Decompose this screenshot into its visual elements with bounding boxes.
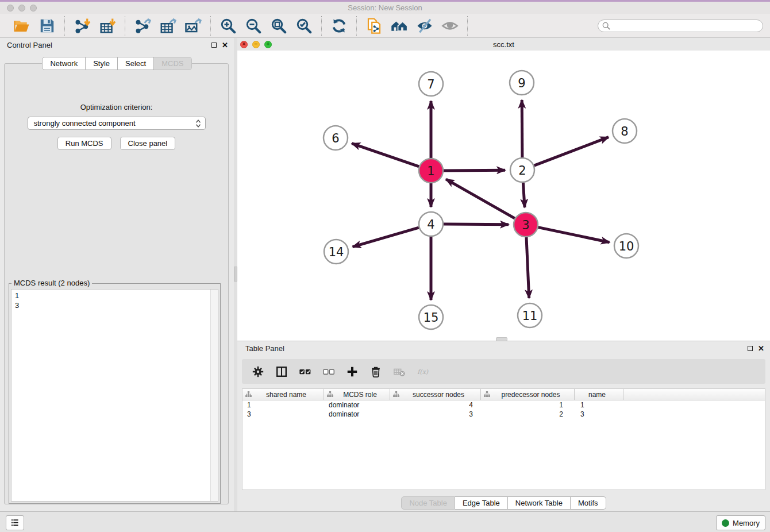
tab-select[interactable]: Select	[118, 57, 154, 70]
graph-node-7[interactable]: 7	[419, 72, 443, 96]
tab-motifs[interactable]: Motifs	[571, 496, 606, 510]
trash-icon[interactable]	[369, 365, 383, 379]
columns-icon[interactable]	[275, 365, 288, 379]
show-all-icon[interactable]	[441, 17, 459, 35]
export-network-icon[interactable]	[133, 17, 152, 35]
cell-successor-nodes[interactable]: 3	[390, 410, 481, 418]
export-table-icon[interactable]	[159, 17, 177, 35]
tab-style[interactable]: Style	[86, 57, 118, 70]
hide-selected-icon[interactable]	[415, 17, 434, 35]
graph-node-10[interactable]: 10	[614, 234, 638, 258]
close-panel-icon[interactable]	[222, 43, 228, 48]
edge-4-3[interactable]	[444, 224, 509, 225]
minimize-window-button[interactable]	[18, 5, 25, 11]
import-network-icon[interactable]	[73, 17, 91, 35]
table-toolbar: f(x)	[242, 359, 765, 384]
cell-shared-name[interactable]: 1	[242, 401, 324, 409]
column-header-shared-name[interactable]: shared name	[242, 389, 324, 400]
save-session-icon[interactable]	[38, 17, 56, 35]
first-neighbors-icon[interactable]	[390, 17, 409, 35]
network-zoom-button[interactable]	[264, 41, 272, 48]
node-table: shared nameMCDS rolesuccessor nodesprede…	[242, 388, 765, 490]
cell-name[interactable]: 1	[575, 401, 623, 409]
column-header-successor-nodes[interactable]: successor nodes	[390, 389, 481, 400]
result-scrollbar[interactable]	[210, 290, 218, 501]
uncheck-pair-icon[interactable]	[322, 365, 336, 379]
network-minimize-button[interactable]	[252, 41, 260, 48]
tab-network-table[interactable]: Network Table	[508, 496, 571, 510]
cell-MCDS-role[interactable]: dominator	[324, 410, 390, 418]
edge-3-11[interactable]	[526, 237, 529, 298]
network-close-button[interactable]	[240, 41, 248, 48]
graph-node-1[interactable]: 1	[419, 159, 443, 183]
table-row-1[interactable]: 1dominator411	[242, 400, 765, 410]
edge-2-3[interactable]	[523, 183, 525, 207]
copy-network-icon[interactable]	[365, 17, 383, 35]
svg-text:3: 3	[522, 218, 529, 232]
cell-shared-name[interactable]: 3	[242, 410, 324, 418]
close-panel-button[interactable]: Close panel	[120, 137, 176, 150]
gear-icon[interactable]	[251, 365, 265, 379]
cell-MCDS-role[interactable]: dominator	[324, 401, 390, 409]
check-pair-icon[interactable]	[298, 365, 312, 379]
memory-button[interactable]: Memory	[716, 515, 765, 530]
float-table-panel-icon[interactable]	[748, 346, 753, 351]
graph-node-3[interactable]: 3	[514, 213, 538, 237]
mcds-result-textarea[interactable]: 1 3	[11, 289, 218, 502]
column-header-MCDS-role[interactable]: MCDS role	[324, 389, 390, 400]
close-table-panel-icon[interactable]	[758, 346, 764, 351]
tab-node-table[interactable]: Node Table	[401, 496, 455, 510]
zoom-fit-icon[interactable]	[270, 17, 288, 35]
tab-network[interactable]: Network	[42, 57, 86, 70]
table-panel-title: Table Panel	[245, 344, 284, 353]
network-view-window: scc.txt 7968124314101511	[237, 38, 770, 341]
cell-predecessor-nodes[interactable]: 1	[481, 401, 575, 409]
graph-node-9[interactable]: 9	[510, 71, 534, 95]
export-image-icon[interactable]	[184, 17, 202, 35]
tab-mcds[interactable]: MCDS	[154, 57, 191, 70]
edge-1-2[interactable]	[444, 170, 505, 171]
zoom-out-icon[interactable]	[244, 17, 263, 35]
search-input[interactable]	[598, 20, 763, 32]
table-panel-header: Table Panel	[237, 341, 770, 355]
graph-node-15[interactable]: 15	[419, 305, 443, 329]
column-header-predecessor-nodes[interactable]: predecessor nodes	[481, 389, 575, 400]
svg-text:11: 11	[522, 309, 538, 323]
open-session-icon[interactable]	[13, 17, 31, 35]
mcds-tab-content: Optimization criterion: strongly connect…	[4, 63, 229, 504]
network-canvas[interactable]: 7968124314101511	[237, 51, 770, 341]
zoom-selected-icon[interactable]	[295, 17, 313, 35]
close-window-button[interactable]	[7, 5, 14, 11]
graph-node-2[interactable]: 2	[510, 158, 534, 182]
import-table-icon[interactable]	[98, 17, 117, 35]
task-history-button[interactable]	[6, 515, 24, 530]
edge-2-9[interactable]	[522, 100, 522, 157]
graph-node-11[interactable]: 11	[518, 303, 542, 327]
plus-icon[interactable]	[345, 365, 359, 379]
edge-3-10[interactable]	[538, 228, 610, 242]
zoom-in-icon[interactable]	[219, 17, 237, 35]
svg-text:9: 9	[518, 76, 525, 90]
main-toolbar	[0, 14, 770, 38]
tab-edge-table[interactable]: Edge Table	[455, 496, 508, 510]
edge-2-8[interactable]	[534, 137, 609, 165]
cell-predecessor-nodes[interactable]: 2	[481, 410, 575, 418]
search-icon	[602, 21, 611, 30]
graph-node-4[interactable]: 4	[419, 212, 443, 236]
edge-3-1[interactable]	[446, 179, 515, 218]
graph-node-6[interactable]: 6	[324, 126, 348, 150]
optimization-criterion-dropdown[interactable]: strongly connected component	[28, 117, 206, 130]
cell-successor-nodes[interactable]: 4	[390, 401, 481, 409]
network-window-titlebar[interactable]: scc.txt	[237, 38, 770, 51]
float-panel-icon[interactable]	[211, 43, 217, 48]
graph-node-8[interactable]: 8	[613, 119, 637, 143]
table-row-3[interactable]: 3dominator323	[242, 410, 765, 419]
edge-4-14[interactable]	[353, 228, 419, 247]
edge-1-6[interactable]	[352, 144, 419, 167]
column-header-name[interactable]: name	[575, 389, 623, 400]
cell-name[interactable]: 3	[575, 410, 623, 418]
run-mcds-button[interactable]: Run MCDS	[57, 137, 111, 150]
graph-node-14[interactable]: 14	[324, 240, 348, 264]
zoom-window-button[interactable]	[30, 5, 37, 11]
refresh-icon[interactable]	[330, 17, 348, 35]
